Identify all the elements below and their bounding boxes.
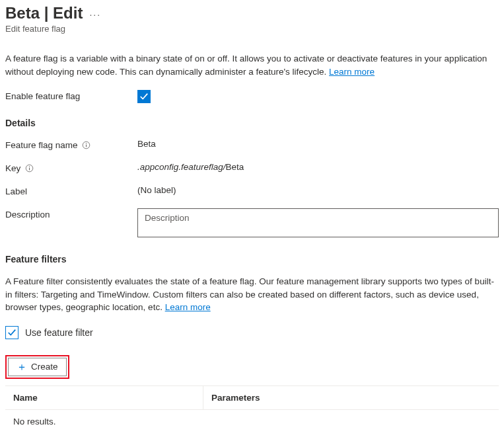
svg-rect-1 xyxy=(86,145,87,147)
enable-flag-checkbox[interactable] xyxy=(137,90,151,103)
filters-intro: A Feature filter consistently evaluates … xyxy=(5,275,499,314)
plus-icon: ＋ xyxy=(17,362,27,372)
filters-intro-body: A Feature filter consistently evaluates … xyxy=(5,276,494,312)
table-empty-row: No results. xyxy=(5,410,499,433)
create-filter-button[interactable]: ＋ Create xyxy=(8,358,67,376)
checkmark-icon xyxy=(139,92,149,101)
label-value: (No label) xyxy=(137,185,499,195)
description-label: Description xyxy=(5,210,50,220)
key-prefix: .appconfig.featureflag/ xyxy=(137,162,226,172)
create-button-highlight: ＋ Create xyxy=(5,355,69,379)
filters-section-header: Feature filters xyxy=(5,254,499,264)
intro-text: A feature flag is a variable with a bina… xyxy=(5,52,499,78)
svg-rect-4 xyxy=(29,168,30,171)
key-label: Key xyxy=(5,163,20,173)
flag-name-label: Feature flag name xyxy=(5,140,78,150)
table-col-parameters[interactable]: Parameters xyxy=(203,386,499,409)
info-icon[interactable] xyxy=(82,141,91,150)
table-header: Name Parameters xyxy=(5,386,499,410)
info-icon[interactable] xyxy=(24,164,34,173)
svg-rect-5 xyxy=(29,167,30,167)
create-button-label: Create xyxy=(31,362,58,372)
more-icon[interactable]: ··· xyxy=(89,7,101,20)
label-label: Label xyxy=(5,186,27,196)
flag-name-value: Beta xyxy=(137,139,499,149)
key-value: .appconfig.featureflag/Beta xyxy=(137,162,499,172)
checkmark-icon xyxy=(7,328,17,337)
filters-table: Name Parameters No results. xyxy=(5,385,499,433)
enable-flag-label: Enable feature flag xyxy=(5,90,137,101)
filters-learn-more-link[interactable]: Learn more xyxy=(165,302,211,312)
table-col-name[interactable]: Name xyxy=(5,386,203,409)
svg-rect-2 xyxy=(86,143,87,144)
use-feature-filter-label: Use feature filter xyxy=(25,327,93,338)
key-suffix: Beta xyxy=(226,162,244,172)
details-section-header: Details xyxy=(5,118,499,128)
intro-learn-more-link[interactable]: Learn more xyxy=(329,67,375,77)
description-input[interactable] xyxy=(137,208,499,237)
page-title: Beta | Edit xyxy=(5,4,83,22)
intro-body: A feature flag is a variable with a bina… xyxy=(5,54,487,77)
use-feature-filter-checkbox[interactable] xyxy=(5,326,18,339)
page-subtitle: Edit feature flag xyxy=(5,24,499,34)
